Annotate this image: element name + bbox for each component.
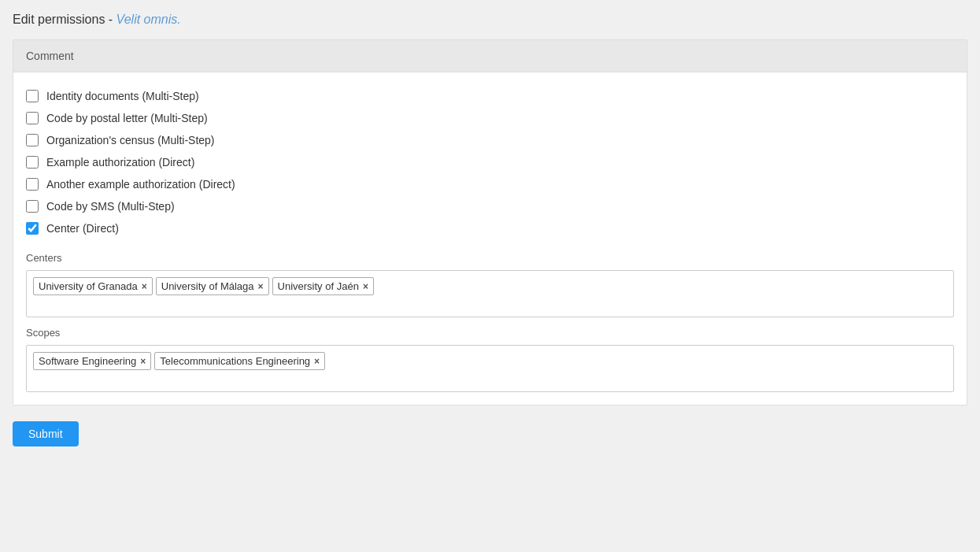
checkbox-item: Another example authorization (Direct) [26,173,954,195]
checkbox-label-cb7[interactable]: Center (Direct) [46,222,119,235]
checkbox-cb6[interactable] [26,200,39,213]
checkbox-list: Identity documents (Multi-Step)Code by p… [26,85,954,239]
checkbox-cb3[interactable] [26,134,39,146]
scopes-tag-remove[interactable]: × [140,357,146,366]
checkbox-item: Center (Direct) [26,217,954,239]
scopes-label: Scopes [26,327,954,339]
checkbox-label-cb6[interactable]: Code by SMS (Multi-Step) [46,200,175,213]
checkbox-cb4[interactable] [26,156,39,169]
page-title-text: Edit permissions - [13,13,116,26]
card-body: Identity documents (Multi-Step)Code by p… [13,72,967,405]
checkbox-cb5[interactable] [26,178,39,191]
centers-tag: University of Jaén× [272,277,374,295]
checkbox-item: Identity documents (Multi-Step) [26,85,954,107]
centers-tag-remove[interactable]: × [363,282,368,291]
checkbox-item: Organization's census (Multi-Step) [26,129,954,151]
checkbox-item: Example authorization (Direct) [26,151,954,173]
scopes-tags-container: Software Engineering×Telecommunications … [26,345,954,392]
scopes-tag: Software Engineering× [33,352,151,370]
checkbox-label-cb4[interactable]: Example authorization (Direct) [46,156,194,169]
checkbox-cb2[interactable] [26,112,39,124]
centers-tag-remove[interactable]: × [142,282,147,291]
checkbox-label-cb1[interactable]: Identity documents (Multi-Step) [46,90,199,102]
checkbox-item: Code by postal letter (Multi-Step) [26,107,954,129]
checkbox-item: Code by SMS (Multi-Step) [26,195,954,217]
checkbox-label-cb2[interactable]: Code by postal letter (Multi-Step) [46,112,208,124]
centers-tag: University of Granada× [33,277,153,295]
checkbox-label-cb5[interactable]: Another example authorization (Direct) [46,178,235,191]
page-title: Edit permissions - Velit omnis. [13,13,967,27]
scopes-tag-remove[interactable]: × [314,357,320,366]
centers-tags-container: University of Granada×University of Mála… [26,270,954,317]
centers-tag-remove[interactable]: × [258,282,264,291]
main-card: Comment Identity documents (Multi-Step)C… [13,39,967,406]
submit-button[interactable]: Submit [13,421,79,446]
card-header: Comment [13,40,967,72]
centers-label: Centers [26,252,954,264]
centers-tag: University of Málaga× [156,277,269,295]
checkbox-cb1[interactable] [26,90,39,102]
scopes-tag: Telecommunications Engineering× [154,352,325,370]
page-title-link[interactable]: Velit omnis. [116,13,181,26]
checkbox-label-cb3[interactable]: Organization's census (Multi-Step) [46,134,215,146]
checkbox-cb7[interactable] [26,222,39,235]
